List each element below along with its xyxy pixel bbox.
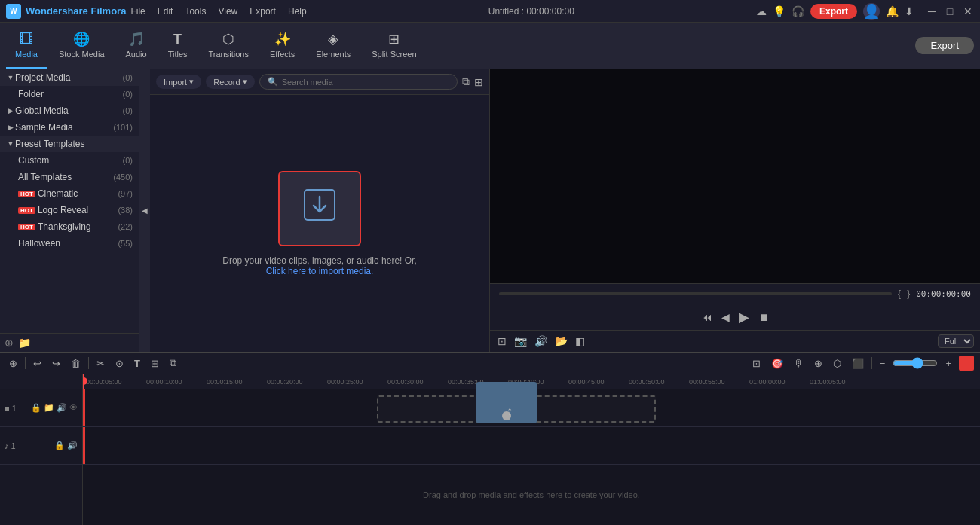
folder-label: Folder xyxy=(18,89,123,99)
crop-icon[interactable]: ⊡ xyxy=(496,334,508,349)
mic-button[interactable]: 🎙 xyxy=(791,356,807,371)
brace-end-icon: } xyxy=(907,288,910,299)
sidebar-item-global-media[interactable]: ▶ Global Media (0) xyxy=(0,102,139,119)
media-drop-area: Drop your video clips, images, or audio … xyxy=(150,95,489,352)
sidebar-item-sample-media[interactable]: ▶ Sample Media (101) xyxy=(0,119,139,136)
add-track-button[interactable]: ⊕ xyxy=(6,356,20,371)
maximize-button[interactable]: □ xyxy=(944,5,956,17)
sidebar-item-cinematic[interactable]: HOT Cinematic (97) xyxy=(0,185,139,202)
global-media-label: Global Media xyxy=(15,105,123,116)
lock-icon[interactable]: 🔒 xyxy=(31,403,41,413)
menu-tools[interactable]: Tools xyxy=(185,6,206,17)
quality-select[interactable]: Full xyxy=(938,334,974,348)
add-track-icon[interactable]: ⊕ xyxy=(5,337,14,349)
filter-icon[interactable]: ⧉ xyxy=(462,75,470,88)
redo-button[interactable]: ↪ xyxy=(49,356,63,371)
menu-help[interactable]: Help xyxy=(288,6,307,17)
preview-screen xyxy=(490,69,980,283)
track-drop-zone[interactable]: ↕ xyxy=(377,395,656,423)
export-button[interactable]: Export xyxy=(915,37,974,54)
toolbar-split-screen[interactable]: ⊞ Split Screen xyxy=(363,23,425,69)
menu-file[interactable]: File xyxy=(130,6,145,17)
frame-back-button[interactable]: ◀ xyxy=(718,310,733,325)
play-button[interactable]: ▶ xyxy=(736,307,752,327)
sidebar-item-preset-templates[interactable]: ▼ Preset Templates xyxy=(0,136,139,152)
snapshot-icon[interactable]: 📷 xyxy=(513,334,528,349)
audio-volume-icon[interactable]: 🔊 xyxy=(67,441,78,450)
search-box: 🔍 xyxy=(259,74,458,90)
toolbar-audio[interactable]: 🎵 Audio xyxy=(117,23,156,69)
mix-button[interactable]: ⊕ xyxy=(811,356,825,371)
magnet-button[interactable]: 🎯 xyxy=(768,356,786,371)
download-icon[interactable]: ⬇ xyxy=(905,5,914,17)
text-button[interactable]: T xyxy=(131,356,143,371)
connect-button[interactable]: ⊙ xyxy=(112,356,127,371)
undo-button[interactable]: ↩ xyxy=(30,356,44,371)
sidebar-item-thanksgiving[interactable]: HOT Thanksgiving (22) xyxy=(0,218,139,235)
sidebar-item-project-media[interactable]: ▼ Project Media (0) xyxy=(0,69,139,86)
search-input[interactable] xyxy=(282,78,449,87)
sidebar-item-all-templates[interactable]: All Templates (450) xyxy=(0,169,139,185)
eye-icon[interactable]: 👁 xyxy=(69,403,78,413)
stop-button[interactable]: ⏹ xyxy=(755,310,772,325)
hot-badge: HOT xyxy=(18,191,35,197)
collapse-panel-button[interactable]: ◀ xyxy=(139,69,150,352)
grid-icon[interactable]: ⊞ xyxy=(474,76,483,88)
menu-view[interactable]: View xyxy=(218,6,237,17)
toolbar-media[interactable]: 🎞 Media xyxy=(6,23,47,69)
drop-hint-text: Drop your video clips, images, or audio … xyxy=(222,255,416,276)
headphone-icon[interactable]: 🎧 xyxy=(792,5,804,17)
record-button[interactable]: Record ▾ xyxy=(206,75,254,89)
notification-icon[interactable]: 🔔 xyxy=(886,5,899,17)
import-button[interactable]: Import ▾ xyxy=(156,75,201,89)
preview-tools-left: ⊡ 📷 🔊 📂 ◧ xyxy=(496,334,586,349)
sidebar-item-halloween[interactable]: Halloween (55) xyxy=(0,235,139,252)
volume-track-icon[interactable]: 🔊 xyxy=(57,403,67,413)
menu-export[interactable]: Export xyxy=(250,6,276,17)
audio-lock-icon[interactable]: 🔒 xyxy=(54,441,65,450)
close-button[interactable]: ✕ xyxy=(962,5,974,17)
import-chevron-icon: ▾ xyxy=(189,77,194,87)
toolbar-transitions[interactable]: ⬡ Transitions xyxy=(200,23,258,69)
purchase-button[interactable]: Export xyxy=(810,4,857,19)
skip-back-button[interactable]: ⏮ xyxy=(699,310,715,325)
zoom-slider[interactable] xyxy=(893,357,938,369)
multi-button[interactable]: ⧉ xyxy=(167,356,179,371)
toolbar-titles[interactable]: T Titles xyxy=(159,23,197,69)
ruler-tick: 00:00:30:00 xyxy=(384,378,445,386)
zoom-out-button[interactable]: − xyxy=(877,356,889,371)
sidebar-item-folder[interactable]: Folder (0) xyxy=(0,86,139,102)
scene-button[interactable]: ⬡ xyxy=(830,356,844,371)
adjust-icon[interactable]: ◧ xyxy=(574,334,586,349)
cloud-icon[interactable]: ☁ xyxy=(756,5,767,17)
audio-track-label: ♪ 1 🔒 🔊 xyxy=(0,427,82,465)
cut-button[interactable]: ✂ xyxy=(93,356,108,371)
sidebar-item-logo-reveal[interactable]: HOT Logo Reveal (38) xyxy=(0,202,139,218)
seekbar[interactable] xyxy=(499,292,892,295)
drop-zone[interactable] xyxy=(278,171,361,246)
sidebar-item-custom[interactable]: Custom (0) xyxy=(0,152,139,169)
toolbar-stock-media[interactable]: 🌐 Stock Media xyxy=(50,23,114,69)
folder-track-icon[interactable]: 📁 xyxy=(44,403,54,413)
import-link[interactable]: Click here to import media. xyxy=(266,266,374,276)
minimize-button[interactable]: ─ xyxy=(926,5,938,17)
toolbar-effects[interactable]: ✨ Effects xyxy=(261,23,304,69)
custom-label: Custom xyxy=(18,155,123,166)
video-track-label: ■ 1 🔒 📁 🔊 👁 xyxy=(0,389,82,427)
delete-button[interactable]: 🗑 xyxy=(68,356,84,371)
video-track-button[interactable]: ⬛ xyxy=(849,356,867,371)
toolbar-elements[interactable]: ◈ Elements xyxy=(307,23,360,69)
volume-icon[interactable]: 🔊 xyxy=(533,334,549,349)
menu-edit[interactable]: Edit xyxy=(158,6,173,17)
adjust-button[interactable]: ⊞ xyxy=(148,356,162,371)
playhead xyxy=(83,374,84,389)
folder-open-icon[interactable]: 📂 xyxy=(553,334,569,349)
app-logo: W Wondershare Filmora xyxy=(6,4,126,19)
snap-button[interactable]: ⊡ xyxy=(749,356,764,371)
zoom-in-button[interactable]: + xyxy=(942,356,954,371)
audio-track-row[interactable] xyxy=(83,427,980,465)
avatar-icon[interactable]: 👤 xyxy=(863,3,880,20)
folder-icon[interactable]: 📁 xyxy=(18,337,31,349)
video-track-row[interactable]: ↕ xyxy=(83,389,980,427)
bulb-icon[interactable]: 💡 xyxy=(773,5,786,17)
